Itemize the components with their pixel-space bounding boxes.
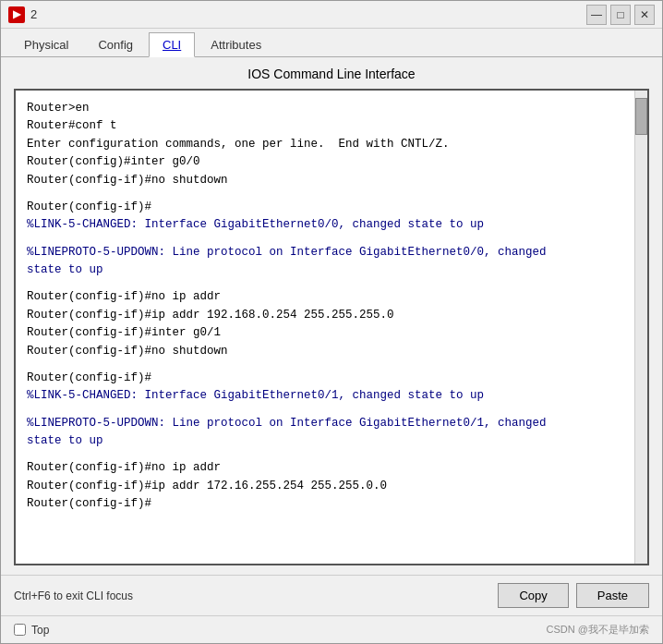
cli-line [27, 189, 623, 199]
cli-line: Router(config-if)#no ip addr [27, 288, 623, 306]
cli-line: Router(config)#inter g0/0 [27, 153, 623, 171]
tab-cli[interactable]: CLI [149, 32, 195, 57]
cli-line: Router(config-if)#no shutdown [27, 172, 623, 189]
copy-button[interactable]: Copy [498, 583, 568, 608]
tab-physical[interactable]: Physical [10, 32, 82, 56]
cli-line [27, 279, 623, 288]
cli-line: %LINEPROTO-5-UPDOWN: Line protocol on In… [27, 244, 623, 261]
cli-line: Router(config-if)#no ip addr [27, 459, 623, 477]
cli-line [27, 450, 623, 459]
footer-bar: Top CSDN @我不是毕加索 [1, 615, 662, 643]
cli-line [27, 235, 623, 244]
top-checkbox-input[interactable] [14, 624, 26, 636]
cli-line [27, 406, 623, 415]
paste-button[interactable]: Paste [576, 583, 649, 608]
cli-line: state to up [27, 432, 623, 450]
section-title: IOS Command Line Interface [14, 67, 649, 81]
cli-line: Router>en [27, 100, 623, 117]
bottom-bar: Ctrl+F6 to exit CLI focus Copy Paste [1, 575, 662, 615]
cli-line: Router(config-if)# [27, 495, 623, 513]
window-title: 2 [30, 7, 586, 21]
brand-label: CSDN @我不是毕加索 [547, 623, 649, 637]
window-controls: — □ ✕ [586, 5, 655, 25]
cli-line: Router(config-if)#ip addr 172.16.255.254… [27, 478, 623, 495]
cli-hint: Ctrl+F6 to exit CLI focus [14, 589, 490, 602]
cli-terminal[interactable]: Router>enRouter#conf tEnter configuratio… [16, 91, 634, 564]
main-window: ▶ 2 — □ ✕ Physical Config CLI Attributes… [0, 0, 663, 644]
cli-line: Router(config-if)#ip addr 192.168.0.254 … [27, 307, 623, 324]
cli-line: Router(config-if)# [27, 199, 623, 216]
scrollbar-track[interactable] [634, 91, 647, 564]
content-area: IOS Command Line Interface Router>enRout… [1, 57, 662, 575]
cli-line: Router(config-if)# [27, 370, 623, 387]
cli-line: %LINEPROTO-5-UPDOWN: Line protocol on In… [27, 415, 623, 432]
top-label: Top [31, 624, 49, 637]
tab-attributes[interactable]: Attributes [197, 32, 275, 56]
cli-line: state to up [27, 261, 623, 279]
close-button[interactable]: ✕ [634, 5, 655, 25]
tab-config[interactable]: Config [84, 32, 147, 56]
top-checkbox-label[interactable]: Top [14, 624, 49, 637]
tab-bar: Physical Config CLI Attributes [1, 29, 662, 57]
cli-line: Enter configuration commands, one per li… [27, 136, 623, 153]
title-bar: ▶ 2 — □ ✕ [1, 1, 662, 29]
cli-line: Router(config-if)#no shutdown [27, 343, 623, 360]
cli-line: %LINK-5-CHANGED: Interface GigabitEthern… [27, 387, 623, 405]
cli-wrapper: Router>enRouter#conf tEnter configuratio… [14, 89, 649, 565]
maximize-button[interactable]: □ [610, 5, 631, 25]
cli-line: %LINK-5-CHANGED: Interface GigabitEthern… [27, 216, 623, 234]
scrollbar-thumb[interactable] [635, 98, 647, 135]
cli-line [27, 360, 623, 370]
app-icon: ▶ [8, 6, 25, 23]
minimize-button[interactable]: — [586, 5, 607, 25]
cli-line: Router#conf t [27, 117, 623, 135]
cli-line: Router(config-if)#inter g0/1 [27, 324, 623, 342]
